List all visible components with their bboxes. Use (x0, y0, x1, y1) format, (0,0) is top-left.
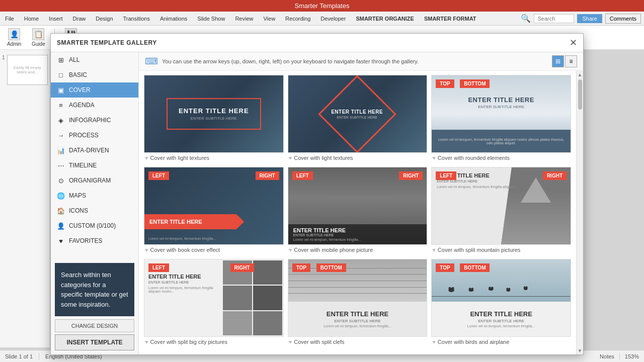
dialog-title: SMARTER TEMPLATE GALLERY (57, 39, 157, 46)
gallery-content: ⌨ You can use the arrow keys (up, down, … (139, 52, 583, 354)
tag-bottom-9[interactable]: BOTTOM (460, 263, 490, 272)
slide-info: Slide 1 of 1 (5, 353, 33, 359)
sidebar-item-agenda[interactable]: ≡ AGENDA (51, 98, 138, 113)
tag-right-4[interactable]: RIGHT (256, 171, 279, 180)
gallery-label-8: ♥ Cover with split clefs (288, 337, 428, 347)
sidebar-item-basic[interactable]: □ BASIC (51, 67, 138, 82)
tag-top-8[interactable]: TOP (292, 263, 310, 272)
ribbon-draw[interactable]: Draw (71, 15, 88, 23)
sidebar-item-timeline[interactable]: ⋯ TIMELINE (51, 158, 138, 173)
sidebar: ⊞ ALL □ BASIC ▣ COVER ≡ AGENDA ◈ INFOGRA… (51, 52, 139, 354)
share-button[interactable]: Share (577, 14, 602, 23)
ribbon-smarter-organize[interactable]: SMARTER ORGANIZE (354, 15, 416, 23)
guide-icon: 📋 (32, 28, 44, 40)
tag-left-5[interactable]: LEFT (292, 171, 313, 180)
sidebar-item-icons[interactable]: 🏠 ICONS (51, 203, 138, 218)
ribbon-recording[interactable]: Recording (283, 15, 312, 23)
gallery-item-9: TOP BOTTOM (431, 259, 571, 347)
tag-bottom-8[interactable]: BOTTOM (316, 263, 346, 272)
tag-left-7[interactable]: LEFT (148, 263, 169, 272)
scroll-up-arrow[interactable]: ▲ (578, 72, 583, 77)
gallery-thumb-8[interactable]: TOP BOTTOM (288, 259, 428, 337)
dialog-title-bar: SMARTER TEMPLATE GALLERY ✕ (51, 34, 583, 52)
gallery-thumb-3[interactable]: TOP BOTTOM ENTER TITLE HERE ENTER SUBTIT… (431, 75, 571, 153)
organigram-icon: ⊙ (57, 176, 65, 185)
notes-button[interactable]: Notes (600, 353, 614, 359)
ribbon-file[interactable]: File (3, 15, 16, 23)
gallery-area: ENTER TITLE HERE ENTER SUBTITLE HERE ♥ C… (139, 71, 576, 354)
gallery-thumb-5[interactable]: LEFT RIGHT ENTER TITLE HERE ENTER SUBTIT… (288, 167, 428, 245)
gallery-thumb-9[interactable]: TOP BOTTOM (431, 259, 571, 337)
search-icon[interactable]: 🔍 (521, 14, 531, 23)
comments-button[interactable]: Comments (605, 14, 641, 24)
gallery-scroll-area: ENTER TITLE HERE ENTER SUBTITLE HERE ♥ C… (139, 71, 583, 354)
tag-bottom-3[interactable]: BOTTOM (460, 79, 490, 88)
gallery-item-4: LEFT RIGHT ENTER TITLE HERE Lorem vel mi… (144, 167, 284, 255)
gallery-label-4: ♥ Cover with book cover effect (144, 245, 284, 255)
scroll-thumb[interactable] (578, 79, 582, 110)
guide-button[interactable]: 📋 Guide (28, 27, 48, 48)
app-title: Smarter Templates (295, 2, 350, 10)
ribbon-review[interactable]: Review (233, 15, 255, 23)
insert-template-button[interactable]: INSERT TEMPLATE (55, 334, 134, 350)
gallery-thumb-7[interactable]: LEFT RIGHT ENTER TITLE HERE ENTER SUBTIT… (144, 259, 284, 337)
dialog-close-button[interactable]: ✕ (570, 37, 577, 48)
gallery-thumb-6[interactable]: LEFT RIGHT ENTER TITLE HERE ENTER SUBTIT… (431, 167, 571, 245)
sidebar-item-infographic[interactable]: ◈ INFOGRAPHIC (51, 113, 138, 128)
ribbon-slideshow[interactable]: Slide Show (195, 15, 227, 23)
change-design-button[interactable]: CHANGE DESIGN (55, 319, 134, 332)
tag-left-6[interactable]: LEFT (436, 171, 456, 180)
heart-icon-9[interactable]: ♥ (432, 339, 436, 345)
gallery-label-1: ♥ Cover with light textures (144, 153, 284, 163)
status-sep-2 (619, 353, 620, 360)
ribbon-developer[interactable]: Developer (318, 15, 348, 23)
slide-panel: 1 Easily fill empty slides and... (0, 50, 50, 347)
cover-icon: ▣ (57, 86, 65, 94)
heart-icon-6[interactable]: ♥ (432, 247, 436, 253)
tag-right-7[interactable]: RIGHT (230, 263, 254, 272)
heart-icon-1[interactable]: ♥ (145, 155, 148, 161)
tag-right-5[interactable]: RIGHT (399, 171, 423, 180)
slide-thumbnail[interactable]: Easily fill empty slides and... (7, 55, 48, 85)
heart-icon-3[interactable]: ♥ (432, 155, 436, 161)
sidebar-item-process[interactable]: → PROCESS (51, 128, 138, 143)
scroll-down-arrow[interactable]: ▼ (578, 348, 583, 353)
sidebar-item-favorites[interactable]: ♥ FAVORITES (51, 233, 138, 248)
grid-view-button[interactable]: ⊞ (552, 55, 564, 67)
gallery-item-3: TOP BOTTOM ENTER TITLE HERE ENTER SUBTIT… (431, 75, 571, 163)
gallery-thumb-2[interactable]: ENTER TITLE HERE ENTER SUBTITLE HERE (288, 75, 428, 153)
ribbon-animations[interactable]: Animations (158, 15, 189, 23)
all-icon: ⊞ (57, 56, 65, 64)
gallery-thumb-4[interactable]: LEFT RIGHT ENTER TITLE HERE Lorem vel mi… (144, 167, 284, 245)
sidebar-item-maps[interactable]: 🌐 MAPS (51, 188, 138, 203)
sidebar-item-cover[interactable]: ▣ COVER (51, 82, 138, 98)
admin-button[interactable]: 👤 Admin (4, 27, 24, 48)
ribbon-home[interactable]: Home (22, 15, 41, 23)
heart-icon-5[interactable]: ♥ (289, 247, 292, 253)
heart-icon-2[interactable]: ♥ (289, 155, 292, 161)
heart-icon-8[interactable]: ♥ (289, 339, 292, 345)
tag-top-9[interactable]: TOP (436, 263, 454, 272)
ribbon-view[interactable]: View (261, 15, 277, 23)
ribbon-transitions[interactable]: Transitions (121, 15, 152, 23)
sidebar-item-all[interactable]: ⊞ ALL (51, 52, 138, 67)
gallery-item-1: ENTER TITLE HERE ENTER SUBTITLE HERE ♥ C… (144, 75, 284, 163)
ribbon-insert[interactable]: Insert (47, 15, 65, 23)
ribbon-design[interactable]: Design (94, 15, 115, 23)
sidebar-item-custom[interactable]: 👤 CUSTOM (0/100) (51, 218, 138, 233)
ribbon-smarter-format[interactable]: SMARTER FORMAT (422, 15, 478, 23)
tag-right-6[interactable]: RIGHT (543, 171, 567, 180)
sidebar-item-data-driven[interactable]: 📊 DATA-DRIVEN (51, 143, 138, 158)
ribbon-search-input[interactable] (534, 14, 574, 23)
thumb1-title: ENTER TITLE HERE (179, 107, 249, 115)
list-view-button[interactable]: ≡ (565, 55, 577, 67)
heart-icon-7[interactable]: ♥ (145, 339, 148, 345)
sidebar-item-organigram[interactable]: ⊙ ORGANIGRAM (51, 173, 138, 188)
gallery-thumb-1[interactable]: ENTER TITLE HERE ENTER SUBTITLE HERE (144, 75, 284, 153)
gallery-label-3: ♥ Cover with rounded elements (431, 153, 571, 163)
tip-icon: ⌨ (145, 56, 158, 67)
tag-left-4[interactable]: LEFT (148, 171, 169, 180)
heart-icon-4[interactable]: ♥ (145, 247, 148, 253)
tag-top-3[interactable]: TOP (436, 79, 454, 88)
status-sep-1 (39, 353, 39, 360)
